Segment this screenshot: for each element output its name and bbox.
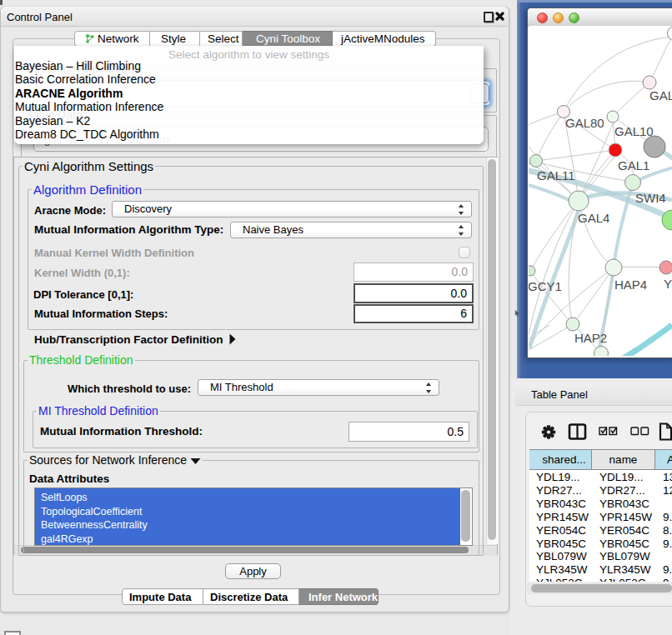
svg-text:GAL11: GAL11 bbox=[537, 168, 575, 182]
svg-text:GAL4: GAL4 bbox=[578, 211, 609, 225]
svg-text:GAL1: GAL1 bbox=[618, 158, 649, 172]
svg-text:HAP4: HAP4 bbox=[614, 278, 647, 292]
svg-text:YM: YM bbox=[664, 277, 672, 291]
svg-text:HAP2: HAP2 bbox=[574, 331, 607, 345]
svg-text:GAL7: GAL7 bbox=[649, 88, 672, 102]
svg-text:SWI4: SWI4 bbox=[635, 191, 666, 205]
svg-text:GAL10: GAL10 bbox=[614, 124, 654, 138]
svg-text:GAL80: GAL80 bbox=[565, 116, 604, 130]
svg-text:GCY1: GCY1 bbox=[529, 279, 562, 293]
